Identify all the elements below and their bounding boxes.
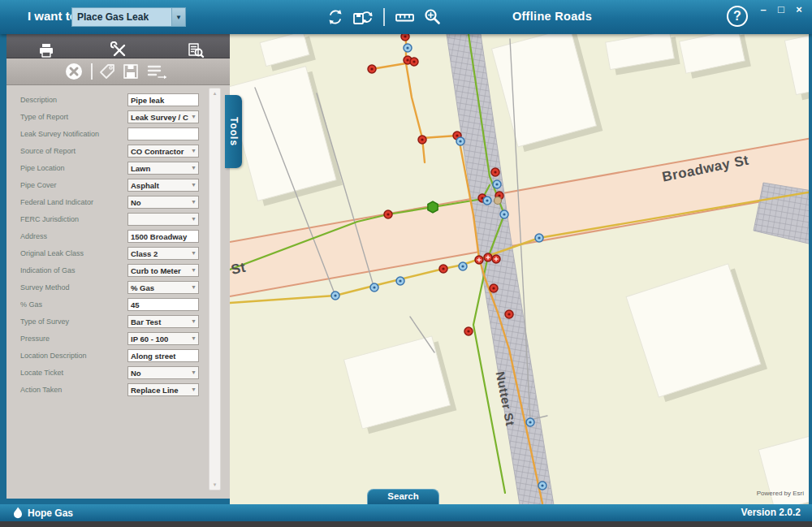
close-icon[interactable]: ×: [793, 3, 806, 15]
action-select[interactable]: Place Gas Leak ▼: [71, 7, 186, 27]
chevron-down-icon[interactable]: ▼: [171, 8, 185, 26]
chevron-down-icon[interactable]: ▼: [191, 267, 197, 273]
search-tab[interactable]: Search: [367, 489, 439, 504]
valve-marker-dot: [508, 313, 510, 315]
field-label: Pipe Location: [20, 164, 65, 172]
minimize-icon[interactable]: –: [757, 3, 770, 15]
form-row: Federal Land IndicatorNo▼: [6, 194, 209, 211]
field-label: Address: [20, 232, 47, 240]
field-value: CO Contractor: [131, 147, 184, 156]
field-select[interactable]: ▼: [127, 213, 199, 226]
field-select[interactable]: Lawn▼: [127, 162, 199, 175]
clear-icon[interactable]: [60, 58, 88, 84]
fitting-marker-dot: [503, 213, 505, 215]
fitting-marker-dot: [495, 183, 498, 185]
fitting-marker-dot: [406, 46, 408, 49]
map-canvas[interactable]: Broadway StStNutter St Powered by Esri: [230, 34, 809, 504]
valve-marker-dot: [387, 213, 389, 215]
sync-device-icon[interactable]: [349, 4, 377, 30]
form-row: Locate TicketNo▼: [6, 365, 209, 382]
field-value: Replace Line: [131, 386, 179, 395]
fitting-marker-dot: [529, 421, 531, 423]
scroll-up-icon[interactable]: ▴: [209, 90, 220, 97]
edit-list-icon[interactable]: [143, 58, 171, 84]
field-input[interactable]: [127, 127, 199, 140]
chevron-down-icon[interactable]: ▼: [191, 182, 197, 188]
zoom-in-icon[interactable]: [419, 4, 447, 30]
field-label: Location Description: [20, 352, 87, 360]
form-row: Leak Survey Notification: [6, 126, 209, 143]
field-select[interactable]: Curb to Meter▼: [127, 264, 199, 277]
chevron-down-icon[interactable]: ▼: [191, 369, 197, 375]
chevron-down-icon[interactable]: ▼: [191, 335, 197, 341]
chevron-down-icon[interactable]: ▼: [191, 284, 197, 290]
fitting-marker-dot: [373, 286, 375, 288]
field-label: Source of Report: [20, 147, 76, 155]
field-select[interactable]: IP 60 - 100▼: [127, 332, 199, 345]
field-label: Type of Report: [20, 113, 68, 121]
help-icon[interactable]: ?: [727, 6, 748, 27]
sync-icon[interactable]: [322, 4, 349, 30]
form-row: % Gas45: [6, 296, 209, 313]
chevron-down-icon[interactable]: ▼: [191, 250, 197, 256]
form-scrollbar[interactable]: ▴ ▾: [209, 88, 221, 490]
field-label: Federal Land Indicator: [20, 198, 93, 206]
field-label: Type of Survey: [20, 317, 69, 326]
save-icon[interactable]: [119, 58, 143, 84]
form-row: Indication of GasCurb to Meter▼: [6, 262, 209, 279]
window-controls: – □ ×: [757, 3, 806, 15]
field-value: Pipe leak: [131, 96, 164, 105]
fitting-marker-dot: [461, 265, 464, 267]
field-value: % Gas: [131, 283, 154, 292]
form-row: FERC Jurisdiction▼: [6, 211, 209, 228]
field-value: Asphalt: [131, 181, 159, 190]
chevron-down-icon[interactable]: ▼: [191, 114, 197, 119]
chevron-down-icon[interactable]: ▼: [191, 387, 197, 392]
field-select[interactable]: Asphalt▼: [127, 179, 199, 192]
field-select[interactable]: Class 2▼: [127, 247, 199, 260]
tag-icon[interactable]: [96, 58, 119, 84]
field-value: Leak Survey / C: [131, 113, 188, 122]
field-value: Bar Test: [131, 317, 161, 326]
field-label: Survey Method: [20, 283, 70, 292]
chevron-down-icon[interactable]: ▼: [191, 165, 197, 171]
field-select[interactable]: Bar Test▼: [127, 315, 199, 328]
field-select[interactable]: CO Contractor▼: [127, 145, 199, 158]
field-value: No: [131, 198, 141, 207]
field-value: Class 2: [131, 249, 158, 258]
version-label: Version 2.0.2: [741, 507, 801, 518]
form-row: Action TakenReplace Line▼: [6, 382, 209, 399]
chevron-down-icon[interactable]: ▼: [191, 148, 197, 153]
scroll-down-icon[interactable]: ▾: [209, 482, 220, 488]
maximize-icon[interactable]: □: [775, 3, 788, 15]
field-input[interactable]: Along street: [127, 349, 199, 362]
form-row: Original Leak ClassClass 2▼: [6, 245, 209, 262]
leak-point-marker: [428, 201, 438, 213]
tan-marker: [495, 197, 502, 205]
field-input[interactable]: 45: [127, 298, 199, 311]
chevron-down-icon[interactable]: ▼: [191, 318, 197, 324]
field-select[interactable]: Replace Line▼: [127, 383, 199, 396]
chevron-down-icon[interactable]: ▼: [191, 216, 197, 222]
field-value: No: [131, 369, 141, 378]
tools-tab[interactable]: Tools: [225, 95, 242, 168]
valve-marker-dot: [406, 58, 408, 61]
app-window: I want to: Place Gas Leak ▼: [0, 0, 812, 527]
chevron-down-icon[interactable]: ▼: [191, 199, 197, 205]
field-select[interactable]: % Gas▼: [127, 281, 199, 294]
field-select[interactable]: No▼: [127, 366, 199, 379]
powered-by-attribution: Powered by Esri: [757, 490, 804, 497]
form-row: Survey Method% Gas▼: [6, 279, 209, 296]
measure-icon[interactable]: [391, 4, 419, 30]
panel-toolbar-light: [6, 58, 230, 85]
field-input[interactable]: Pipe leak: [127, 93, 199, 106]
form-row: Pipe CoverAsphalt▼: [6, 177, 209, 194]
field-label: Action Taken: [20, 386, 62, 394]
fitting-marker-dot: [486, 199, 488, 201]
field-label: Indication of Gas: [20, 266, 76, 274]
field-select[interactable]: No▼: [127, 196, 199, 209]
form-row: Source of ReportCO Contractor▼: [6, 143, 209, 160]
field-label: FERC Jurisdiction: [20, 215, 79, 223]
field-select[interactable]: Leak Survey / C▼: [127, 110, 199, 123]
field-input[interactable]: 1500 Broadway: [127, 230, 199, 243]
